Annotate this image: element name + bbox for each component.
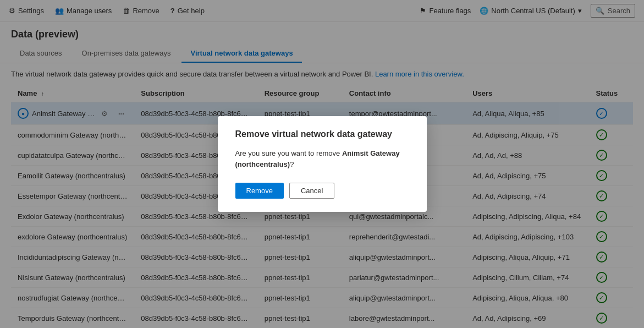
modal-body-prefix: Are you sure you want to remove (235, 149, 342, 157)
modal-overlay: Remove virtual network data gateway Are … (0, 0, 644, 328)
modal-body-suffix: ? (290, 160, 294, 168)
remove-button[interactable]: Remove (235, 183, 284, 199)
remove-modal: Remove virtual network data gateway Are … (218, 116, 427, 212)
modal-actions: Remove Cancel (235, 183, 409, 199)
modal-body: Are you sure you want to remove Animsit … (235, 148, 409, 170)
cancel-button[interactable]: Cancel (289, 183, 334, 199)
modal-title: Remove virtual network data gateway (235, 129, 409, 139)
